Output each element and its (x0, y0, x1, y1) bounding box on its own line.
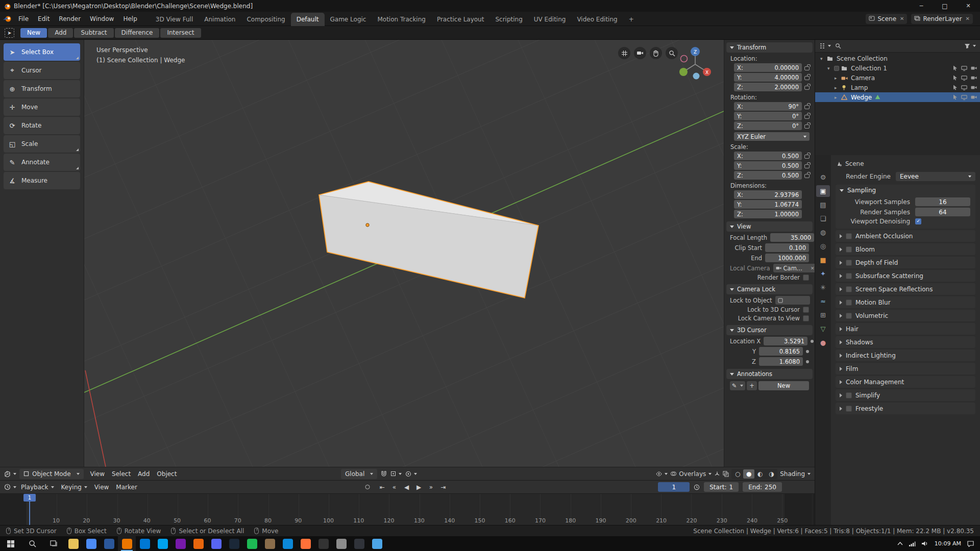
taskbar-app-icon[interactable] (279, 536, 297, 551)
properties-tab[interactable]: ■ (816, 254, 830, 266)
current-frame-field[interactable]: 1 (658, 482, 690, 492)
number-field[interactable]: Y:0° (734, 112, 802, 120)
outliner-row[interactable]: ▸ Camera (815, 73, 980, 83)
properties-section[interactable]: Depth of Field (836, 257, 975, 268)
disable-render-icon[interactable] (971, 66, 977, 70)
taskbar-app-icon[interactable] (350, 536, 368, 551)
number-field[interactable]: Z:2.00000 (734, 83, 802, 91)
outliner-row[interactable]: ▸ Lamp (815, 83, 980, 92)
properties-section[interactable]: Shadows (836, 336, 975, 348)
lock-icon[interactable] (804, 115, 810, 119)
number-field[interactable]: X:0.500 (734, 152, 802, 160)
disclosure-arrow-icon[interactable]: ▸ (835, 95, 841, 100)
menu-item[interactable]: Object (153, 467, 180, 481)
editor-type-icon[interactable] (4, 470, 16, 477)
network-icon[interactable] (909, 541, 916, 546)
section-checkbox[interactable] (846, 406, 852, 412)
properties-section[interactable]: Indirect Lighting (836, 349, 975, 361)
transport-button[interactable]: ⇥ (437, 482, 450, 492)
selectable-icon[interactable] (952, 65, 958, 71)
properties-section[interactable]: Ambient Occlusion (836, 230, 975, 242)
menu-item[interactable]: Help (118, 12, 141, 26)
mode-button[interactable]: Subtract (74, 28, 113, 38)
start-button[interactable] (0, 536, 21, 551)
taskbar-app-icon[interactable] (136, 536, 154, 551)
disable-render-icon[interactable] (971, 95, 977, 99)
maximize-button[interactable] (933, 0, 957, 12)
camera-lock-panel-header[interactable]: Camera Lock (726, 284, 813, 294)
selectable-icon[interactable] (952, 94, 958, 100)
view-panel-header[interactable]: View (726, 221, 813, 232)
tray-expand-icon[interactable] (897, 542, 903, 545)
properties-tab[interactable]: ≈ (816, 295, 830, 307)
denoise-checkbox[interactable] (915, 218, 921, 224)
menu-item[interactable]: View (87, 467, 108, 481)
properties-tab[interactable]: ● (816, 337, 830, 348)
menu-item[interactable]: Select (108, 467, 134, 481)
number-field[interactable]: 64 (915, 208, 970, 216)
taskbar-app-icon[interactable] (243, 536, 261, 551)
section-checkbox[interactable] (846, 313, 852, 319)
outliner-row[interactable]: ▾ Collection 1 (815, 63, 980, 73)
transport-button[interactable]: » (425, 482, 437, 492)
annotation-add-button[interactable]: + (747, 381, 757, 390)
mode-button[interactable]: New (20, 28, 47, 38)
properties-tab[interactable]: ◍ (816, 227, 830, 238)
navigation-gizmo[interactable]: Z X (675, 42, 716, 83)
section-checkbox[interactable] (846, 299, 852, 306)
number-field[interactable]: 0.8165 (759, 347, 803, 356)
number-field[interactable]: Y:0.500 (734, 161, 802, 170)
hide-viewport-icon[interactable] (961, 85, 967, 90)
taskbar-app-icon[interactable] (207, 536, 225, 551)
properties-tab[interactable]: ✦ (816, 268, 830, 280)
gizmos-toggle-icon[interactable] (714, 471, 720, 477)
start-frame-field[interactable]: Start: 1 (704, 482, 739, 492)
active-tool-icon[interactable]: ➤ (5, 28, 14, 38)
shading-dropdown[interactable]: Shading (780, 470, 811, 478)
cursor-panel-header[interactable]: 3D Cursor (726, 325, 813, 335)
shading-material-button[interactable]: ◐ (754, 469, 766, 479)
section-checkbox[interactable] (846, 260, 852, 266)
workspace-tab[interactable]: + (623, 13, 640, 26)
number-field[interactable]: X:2.93796 (734, 190, 802, 199)
properties-section[interactable]: Color Management (836, 376, 975, 388)
menu-item[interactable]: Marker (112, 481, 140, 494)
end-frame-field[interactable]: End: 250 (743, 482, 782, 492)
section-checkbox[interactable] (846, 286, 852, 292)
disable-render-icon[interactable] (971, 85, 977, 90)
outliner-row[interactable]: ▸ Wedge (815, 92, 980, 102)
transport-button[interactable]: ⇤ (376, 482, 388, 492)
scene-unlink-icon[interactable]: ✕ (900, 16, 904, 21)
minimize-button[interactable] (910, 0, 933, 12)
workspace-tab[interactable]: Scripting (489, 13, 528, 26)
timeline-editor[interactable]: 1 10203040506070809010011012013014015016… (0, 493, 815, 525)
mode-button[interactable]: Difference (115, 28, 160, 38)
close-button[interactable] (957, 0, 980, 12)
checkbox[interactable] (803, 307, 809, 313)
lock-icon[interactable] (804, 105, 810, 109)
decorator-dot-icon[interactable] (811, 340, 814, 343)
shading-rendered-button[interactable]: ◑ (766, 469, 777, 479)
lock-icon[interactable] (804, 174, 810, 178)
renderlayer-selector[interactable]: RenderLayer ✕ (911, 14, 973, 24)
number-field[interactable]: 1000.000 (765, 254, 809, 262)
number-field[interactable]: X:0.00000 (734, 63, 802, 72)
menu-item[interactable]: Window (85, 12, 118, 26)
properties-section[interactable]: Film (836, 363, 975, 374)
pan-hand-icon[interactable] (650, 47, 662, 59)
workspace-tab[interactable]: Default (291, 13, 325, 26)
action-center-icon[interactable] (967, 541, 974, 547)
hide-viewport-icon[interactable] (961, 66, 967, 71)
camera-view-icon[interactable] (634, 47, 646, 59)
number-field[interactable]: Z:1.00000 (734, 210, 802, 218)
decorator-dot-icon[interactable] (806, 360, 809, 363)
outliner-row[interactable]: ▾ Scene Collection (815, 54, 980, 63)
tool-button[interactable]: ✛ Move (4, 98, 80, 116)
taskbar-app-icon[interactable] (332, 536, 350, 551)
disclosure-arrow-icon[interactable]: ▸ (835, 76, 841, 81)
transport-button[interactable]: ▶ (413, 482, 425, 492)
object-visibility-dropdown[interactable] (656, 471, 668, 477)
number-field[interactable]: 1.6080 (759, 357, 803, 366)
lock-icon[interactable] (804, 155, 810, 159)
shading-wireframe-button[interactable]: ○ (732, 469, 743, 479)
